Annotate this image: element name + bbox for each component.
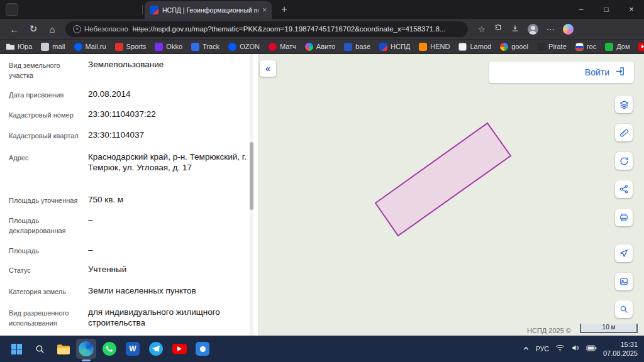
row-value: 750 кв. м [88,194,247,205]
map-scale-bar: 10 м [580,324,638,333]
bookmark-item[interactable]: Дом [605,43,630,51]
bookmark-item[interactable]: base [344,43,370,51]
login-button[interactable]: Войти [489,62,634,83]
back-icon[interactable]: ← [6,21,23,37]
locate-button[interactable] [615,244,633,262]
bookmarks-bar: Юра mail Mail.ru Sports Okko Track OZON … [0,39,644,54]
row-value: 20.08.2014 [88,89,247,99]
bookmark-item[interactable]: Mail.ru [74,43,106,51]
row-value: для индивидуального жилищного строительс… [88,307,247,329]
tab-actions-icon[interactable] [6,3,18,16]
start-button[interactable] [6,339,26,359]
taskbar-apps: W [6,339,213,359]
bookmark-item[interactable]: mail [41,43,65,51]
bookmark-item[interactable]: Pirate [537,43,567,51]
bookmark-favicon [344,43,352,51]
hidden-icons-chevron[interactable] [523,343,530,354]
bookmark-favicon [638,43,644,51]
file-explorer-button[interactable] [53,339,73,359]
search-objects-button[interactable] [615,152,633,170]
favorites-icon[interactable]: ☆ [478,25,486,34]
telegram-app-button[interactable] [146,339,166,359]
downloads-icon[interactable] [511,24,519,35]
address-bar[interactable]: × Небезопасно https://nspd.gov.ru/map?th… [65,21,468,37]
tab-close-icon[interactable]: × [262,6,267,14]
refresh-icon[interactable]: ↻ [25,21,42,37]
row-value: 23:30:1104037 [88,129,247,140]
bookmark-item[interactable]: Авито [305,43,335,51]
area-search-button[interactable] [615,300,633,318]
copilot-icon[interactable] [563,24,574,35]
new-tab-button[interactable]: + [275,0,293,19]
battery-icon[interactable] [586,343,597,354]
row-value: Краснодарский край, р-н. Темрюкский, г. … [88,151,247,173]
site-security-badge[interactable]: × Небезопасно [73,25,128,33]
telegram-icon [148,341,164,356]
row-label: Дата присвоения [9,90,80,101]
bookmark-label: Track [203,43,219,50]
bookmark-item[interactable]: НСПД [379,43,410,51]
parcel-info-panel[interactable]: Вид земельного участка Землепользование … [0,54,258,336]
more-menu-icon[interactable]: ⋯ [547,25,555,34]
row-label: Вид разрешенного использования [9,309,80,329]
taskbar-search-button[interactable] [30,339,50,359]
url-text: https://nspd.gov.ru/map?thematic=PKK&zoo… [133,25,446,33]
bookmark-favicon [605,43,613,51]
ruler-button[interactable] [615,124,633,141]
bookmark-item[interactable]: Lamod [458,43,491,51]
parcel-layer [258,54,644,336]
map-canvas[interactable]: « Войти НСПД 2025 [258,54,644,336]
collapse-panel-button[interactable]: « [260,60,276,77]
bookmark-favicon [379,43,387,51]
edge-app-button[interactable] [76,339,96,359]
bookmark-label: Mail.ru [86,43,106,50]
share-button[interactable] [615,180,633,198]
whatsapp-app-button[interactable] [99,339,119,359]
minimize-button[interactable]: – [569,0,594,19]
edge-icon [79,341,94,356]
bookmark-label: Матч [280,43,296,50]
volume-icon[interactable] [571,343,580,354]
bookmark-item[interactable]: Sports [115,43,147,51]
security-label: Небезопасно [84,25,128,33]
network-icon[interactable] [555,343,565,354]
bookmark-item[interactable]: goool [500,43,528,51]
layers-button[interactable] [615,96,633,113]
bookmark-favicon [458,43,467,51]
bookmark-label: HEND [430,43,450,50]
word-app-button[interactable]: W [123,339,143,359]
parcel-polygon[interactable] [375,123,511,236]
profile-avatar[interactable] [528,24,538,35]
bookmark-favicon [500,43,508,51]
bookmark-item[interactable]: HEND [419,43,450,51]
bookmark-item[interactable]: Матч [269,43,296,51]
basemap-button[interactable] [615,273,633,290]
close-button[interactable]: × [619,0,644,19]
whatsapp-icon [102,341,117,356]
bookmark-item[interactable]: гос [575,43,596,51]
tab-favicon [150,6,158,14]
bookmark-label: Дом [616,43,630,50]
maximize-button[interactable]: □ [594,0,619,19]
browser-toolbar: ← ↻ ⌂ × Небезопасно https://nspd.gov.ru/… [0,19,644,39]
bookmark-item[interactable]: Юра [6,43,32,51]
home-icon[interactable]: ⌂ [44,21,60,37]
blue-app-button[interactable] [192,339,213,359]
browser-tab-nspd-active[interactable]: НСПД | Геоинформационный по… × [145,1,272,19]
layers-icon [619,99,630,110]
taskbar-clock[interactable]: 15:31 07.08.2025 [603,340,638,358]
folder-icon [57,344,70,354]
bookmark-item[interactable]: Track [191,43,219,51]
language-indicator[interactable]: РУС [536,345,549,353]
extensions-icon[interactable] [494,24,502,35]
system-tray: РУС 15:31 07.08.2025 [523,340,638,358]
bookmark-item[interactable]: You [638,43,644,51]
print-button[interactable] [615,209,633,226]
youtube-app-button[interactable] [169,339,189,359]
url-rest: ://nspd.gov.ru/map?thematic=PKK&zoom=19.… [148,25,446,33]
panel-scrollbar-thumb[interactable] [250,142,253,210]
bookmark-label: base [355,43,370,50]
bookmark-item[interactable]: Okko [155,43,182,51]
bookmark-item[interactable]: OZON [228,43,260,51]
clock-time: 15:31 [620,340,638,349]
